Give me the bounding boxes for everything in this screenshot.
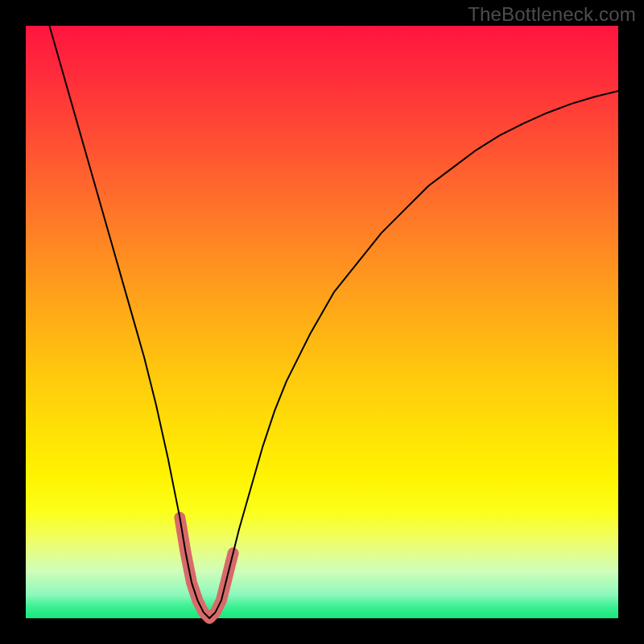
main-curve: [49, 26, 618, 618]
curve-svg: [26, 26, 618, 618]
highlight-segment: [180, 518, 233, 618]
watermark-text: TheBottleneck.com: [468, 3, 636, 26]
plot-area: [26, 26, 618, 618]
outer-frame: TheBottleneck.com: [0, 0, 644, 644]
